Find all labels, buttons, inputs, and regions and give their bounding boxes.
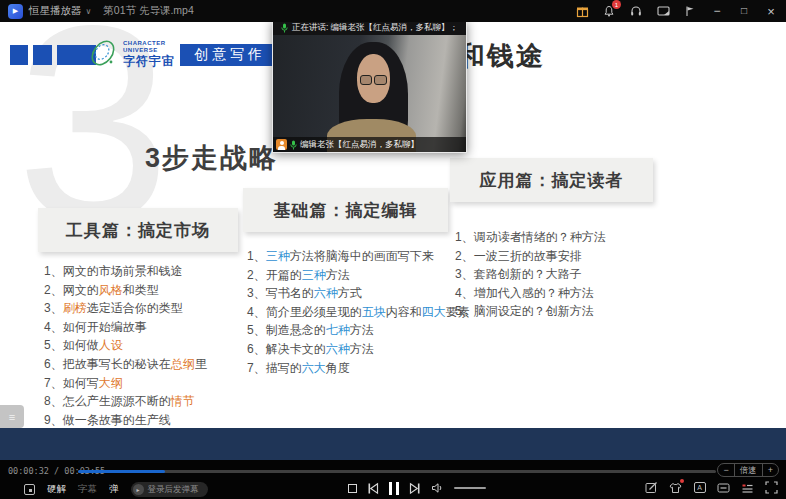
gift-icon[interactable]: [575, 4, 589, 18]
slide-bottom-band: [0, 428, 786, 460]
speed-decrease-button[interactable]: −: [718, 464, 733, 476]
speed-control: − 倍速 +: [717, 463, 779, 477]
section-header-label: 工具篇：搞定市场: [66, 219, 210, 242]
hardware-decode-toggle[interactable]: 硬解: [47, 483, 66, 496]
section-header-label: 应用篇：搞定读者: [480, 169, 624, 192]
headphones-support-icon[interactable]: [629, 4, 643, 18]
previous-button[interactable]: [367, 482, 379, 495]
titlebar: ▶ 恒星播放器 ∨ 第01节 先导课.mp4 1 − □ ×: [0, 0, 786, 22]
course-item: 2、网文的风格和类型: [44, 281, 207, 300]
edit-notes-icon[interactable]: [645, 481, 658, 494]
brand-wordmark: CHARACTER UNIVERSE 字符宇宙: [123, 40, 175, 69]
danmaku-toggle[interactable]: 弹: [109, 483, 119, 496]
course-list-tools: 1、网文的市场前景和钱途2、网文的风格和类型3、刷榜选定适合你的类型4、如何开始…: [44, 262, 207, 429]
screencast-icon[interactable]: [656, 4, 670, 18]
notification-bell-icon[interactable]: 1: [602, 4, 616, 18]
course-item: 6、解决卡文的六种方法: [247, 340, 470, 359]
course-item: 2、一波三折的故事安排: [455, 247, 606, 266]
deco-blue-bar: [10, 45, 28, 65]
course-item: 9、做一条故事的生产线: [44, 411, 207, 430]
course-item: 2、开篇的三种方法: [247, 266, 470, 285]
section-header-basics: 基础篇：搞定编辑: [243, 188, 448, 232]
speed-increase-button[interactable]: +: [763, 464, 778, 476]
fullscreen-icon[interactable]: [765, 481, 778, 494]
subtitle-file-icon[interactable]: A: [693, 481, 706, 494]
course-item: 1、网文的市场前景和钱途: [44, 262, 207, 281]
section-header-tools: 工具篇：搞定市场: [38, 208, 238, 252]
course-item: 5、如何做人设: [44, 336, 207, 355]
notification-badge: 1: [612, 0, 621, 9]
menu-icon: ≡: [9, 411, 15, 423]
speaking-status-text: 正在讲话: 编辑老张【红点易消，多私聊】；: [292, 22, 458, 34]
course-item: 3、写书名的六种方式: [247, 284, 470, 303]
course-item: 3、刷榜选定适合你的类型: [44, 299, 207, 318]
skin-theme-icon[interactable]: [669, 481, 682, 494]
course-item: 5、制造悬念的七种方法: [247, 321, 470, 340]
left-toolbar: 硬解 字幕 弹 ▸ 登录后发弹幕: [24, 482, 208, 497]
danmaku-send-icon: ▸: [133, 484, 144, 495]
section-header-application: 应用篇：搞定读者: [450, 158, 653, 202]
slide-top-title: 和钱途: [458, 38, 545, 74]
close-button[interactable]: ×: [764, 4, 778, 18]
app-logo-icon: ▶: [8, 4, 23, 19]
transport-controls: [348, 480, 486, 496]
webcam-name-bar: 编辑老张【红点易消，多私聊】: [273, 137, 466, 152]
volume-icon[interactable]: [431, 482, 444, 494]
creative-writing-badge: 创意写作: [180, 44, 280, 66]
progress-bar[interactable]: [78, 470, 716, 473]
skin-red-dot: [680, 479, 684, 483]
danmaku-placeholder: 登录后发弹幕: [148, 484, 199, 496]
player-controls: 00:00:32 / 00:03:55 − 倍速 + 硬解 字幕 弹 ▸ 登录后…: [0, 460, 786, 499]
playlist-icon[interactable]: [741, 481, 754, 494]
course-item: 1、三种方法将脑海中的画面写下来: [247, 247, 470, 266]
volume-slider[interactable]: [454, 487, 486, 489]
disc-drive-icon[interactable]: [717, 481, 730, 494]
feedback-flag-icon[interactable]: [683, 4, 697, 18]
brand-globe-icon: [87, 37, 119, 69]
minimize-button[interactable]: −: [710, 4, 724, 18]
course-item: 7、如何写大纲: [44, 374, 207, 393]
player-window: ▶ 恒星播放器 ∨ 第01节 先导课.mp4 1 − □ ×: [0, 0, 786, 499]
next-button[interactable]: [409, 482, 421, 495]
app-name[interactable]: 恒星播放器: [29, 4, 82, 18]
course-item: 3、套路创新的？大路子: [455, 265, 606, 284]
speaking-status-bar: 正在讲话: 编辑老张【红点易消，多私聊】；: [273, 21, 466, 35]
course-item: 1、调动读者情绪的？种方法: [455, 228, 606, 247]
deco-blue-bar: [33, 45, 52, 65]
subtitle-toggle[interactable]: 字幕: [78, 483, 97, 496]
course-item: 4、简介里必须呈现的五块内容和四大要素: [247, 303, 470, 322]
strategy-title: 3步走战略: [145, 140, 278, 176]
course-item: 7、描写的六大角度: [247, 359, 470, 378]
avatar: [276, 139, 287, 150]
chevron-down-icon[interactable]: ∨: [86, 7, 92, 16]
course-item: 4、增加代入感的？种方法: [455, 284, 606, 303]
webcam-name-text: 编辑老张【红点易消，多私聊】: [300, 139, 419, 151]
person-glasses: [360, 75, 387, 86]
playlist-side-tab[interactable]: ≡: [0, 405, 24, 428]
webcam-video: [273, 35, 466, 152]
maximize-button[interactable]: □: [737, 4, 751, 18]
course-item: 8、怎么产生源源不断的情节: [44, 392, 207, 411]
mic-icon: [281, 23, 288, 33]
course-item: 4、如何开始编故事: [44, 318, 207, 337]
course-item: 5、脑洞设定的？创新方法: [455, 302, 606, 321]
pause-button[interactable]: [389, 482, 399, 495]
current-file-name: 第01节 先导课.mp4: [103, 4, 193, 18]
course-list-basics: 1、三种方法将脑海中的画面写下来2、开篇的三种方法3、写书名的六种方式4、简介里…: [247, 247, 470, 377]
stop-button[interactable]: [348, 484, 357, 493]
speed-label[interactable]: 倍速: [734, 464, 763, 476]
course-list-application: 1、调动读者情绪的？种方法2、一波三折的故事安排3、套路创新的？大路子4、增加代…: [455, 228, 606, 321]
danmaku-input[interactable]: ▸ 登录后发弹幕: [131, 482, 208, 497]
titlebar-actions: 1 − □ ×: [575, 4, 778, 18]
webcam-overlay[interactable]: 正在讲话: 编辑老张【红点易消，多私聊】； 编辑老张【红点易消，多私聊】: [272, 20, 467, 153]
mic-icon: [290, 140, 297, 150]
detach-window-icon[interactable]: [24, 484, 35, 495]
progress-fill: [78, 470, 165, 473]
course-item: 6、把故事写长的秘诀在总纲里: [44, 355, 207, 374]
section-header-label: 基础篇：搞定编辑: [274, 199, 418, 222]
right-toolbar: A: [645, 481, 778, 494]
